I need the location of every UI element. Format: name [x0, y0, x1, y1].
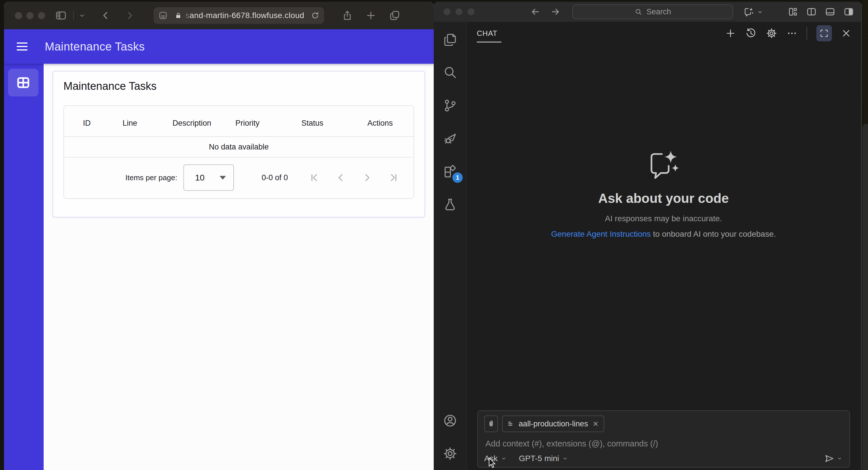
toolbar-right-actions	[342, 10, 400, 21]
customize-layout-icon[interactable]	[787, 6, 798, 17]
remove-context-icon[interactable]	[592, 420, 599, 427]
column-header-priority[interactable]: Priority	[236, 119, 301, 128]
app-header-title: Maintenance Tasks	[45, 40, 145, 53]
activity-accounts[interactable]	[434, 404, 467, 437]
chat-input-box[interactable]: aall-production-lines Add context (#), e…	[477, 410, 850, 468]
tab-chat[interactable]: CHAT	[477, 22, 497, 45]
toolbar-divider	[73, 11, 74, 20]
chat-input-placeholder[interactable]: Add context (#), extensions (@), command…	[484, 439, 843, 448]
send-controls	[824, 453, 842, 464]
app-header-bar: Maintenance Tasks	[4, 29, 434, 64]
attach-context-button[interactable]	[484, 415, 498, 432]
activity-settings[interactable]	[434, 437, 467, 470]
chat-panel: CHAT	[467, 22, 861, 470]
activity-testing[interactable]	[434, 188, 467, 221]
activity-search[interactable]	[434, 56, 467, 89]
context-chip[interactable]: aall-production-lines	[502, 415, 604, 432]
app-main: Maintenance Tasks ID Line Description Pr…	[43, 64, 434, 470]
chevron-down-icon	[501, 456, 507, 462]
menu-icon[interactable]	[17, 40, 28, 53]
items-per-page-label: Items per page:	[125, 173, 177, 182]
traffic-lights	[15, 12, 45, 19]
vscode-traffic-lights	[443, 8, 474, 15]
background-window-edge	[862, 124, 868, 470]
table-footer: Items per page: 10 0-0 of 0	[64, 158, 414, 198]
close-window-button[interactable]	[15, 12, 22, 19]
zoom-window-button[interactable]	[468, 8, 474, 15]
chevron-down-icon	[562, 456, 568, 462]
copilot-chat-icon	[743, 6, 755, 18]
sidebar-toggle-icon[interactable]	[55, 9, 67, 22]
more-actions-icon[interactable]	[786, 28, 797, 39]
page-title: Maintenance Tasks	[63, 80, 425, 92]
share-icon[interactable]	[342, 10, 353, 21]
toggle-primary-sidebar-icon[interactable]	[806, 6, 817, 17]
activity-source-control[interactable]	[434, 89, 467, 122]
send-icon[interactable]	[824, 453, 834, 464]
first-page-button[interactable]	[309, 173, 319, 183]
chat-sparkle-icon	[646, 148, 681, 183]
close-panel-icon[interactable]	[841, 28, 851, 38]
column-header-line[interactable]: Line	[123, 119, 173, 128]
search-icon	[634, 8, 642, 16]
maximize-panel-icon[interactable]	[816, 25, 832, 41]
tab-overview-icon[interactable]	[389, 10, 400, 21]
tasks-table: ID Line Description Priority Status Acti…	[63, 105, 414, 199]
activity-extensions[interactable]: 1	[434, 155, 467, 188]
url-domain: and-martin-6678.flowfuse.cloud	[189, 11, 304, 20]
empty-state-title: Ask about your code	[467, 190, 860, 206]
reload-icon[interactable]	[311, 11, 319, 20]
sidebar-item-tasks[interactable]	[8, 69, 38, 96]
link-suffix-text: to onboard AI onto your codebase.	[651, 229, 776, 239]
layout-controls	[787, 6, 854, 17]
previous-page-button[interactable]	[336, 173, 346, 183]
activity-explorer[interactable]	[434, 23, 467, 56]
go-back-icon[interactable]	[530, 7, 540, 17]
column-header-description[interactable]: Description	[173, 119, 236, 128]
chat-tab-label: CHAT	[477, 29, 497, 38]
table-empty-row: No data available	[64, 137, 414, 158]
toggle-panel-icon[interactable]	[825, 6, 836, 17]
next-page-button[interactable]	[362, 173, 372, 183]
column-header-actions[interactable]: Actions	[367, 119, 414, 128]
vscode-titlebar: Search	[434, 2, 861, 22]
zoom-window-button[interactable]	[38, 12, 45, 19]
command-center-search[interactable]: Search	[572, 4, 733, 19]
minimize-window-button[interactable]	[456, 8, 462, 15]
app-sidebar	[4, 64, 43, 470]
column-header-id[interactable]: ID	[83, 119, 123, 128]
page-settings-icon[interactable]	[158, 11, 168, 20]
active-tab-indicator	[477, 41, 501, 42]
context-chip-label: aall-production-lines	[519, 419, 588, 429]
chat-settings-gear-icon[interactable]	[766, 28, 777, 39]
send-options-chevron-icon[interactable]	[837, 456, 842, 461]
safari-window: sand-martin-6678.flowfuse.cloud Maintena…	[4, 2, 434, 470]
mouse-cursor	[488, 458, 497, 469]
model-selector[interactable]: GPT-5 mini	[519, 454, 568, 463]
back-button[interactable]	[100, 10, 111, 21]
new-tab-icon[interactable]	[365, 10, 376, 21]
forward-button[interactable]	[124, 10, 135, 21]
activity-bar: 1	[434, 22, 467, 470]
activity-run-debug[interactable]	[434, 122, 467, 155]
select-arrow-icon	[220, 176, 226, 180]
url-bar[interactable]: sand-martin-6678.flowfuse.cloud	[154, 7, 324, 24]
minimize-window-button[interactable]	[26, 12, 34, 19]
copilot-menu[interactable]	[743, 6, 763, 18]
go-forward-icon[interactable]	[550, 7, 561, 17]
extensions-badge: 1	[453, 173, 463, 183]
column-header-status[interactable]: Status	[301, 119, 367, 128]
close-window-button[interactable]	[443, 8, 451, 15]
toggle-secondary-sidebar-icon[interactable]	[843, 6, 854, 17]
chat-history-icon[interactable]	[745, 28, 756, 39]
chevron-down-icon	[757, 9, 763, 15]
last-page-button[interactable]	[389, 173, 399, 183]
items-per-page-select[interactable]: 10	[183, 164, 234, 191]
safari-toolbar: sand-martin-6678.flowfuse.cloud	[4, 2, 434, 29]
model-label: GPT-5 mini	[519, 454, 559, 463]
chevron-down-icon[interactable]	[78, 11, 86, 20]
search-placeholder: Search	[646, 7, 671, 17]
chat-header-actions	[725, 25, 851, 41]
new-chat-icon[interactable]	[725, 28, 736, 39]
generate-agent-instructions-link[interactable]: Generate Agent Instructions	[551, 229, 651, 239]
